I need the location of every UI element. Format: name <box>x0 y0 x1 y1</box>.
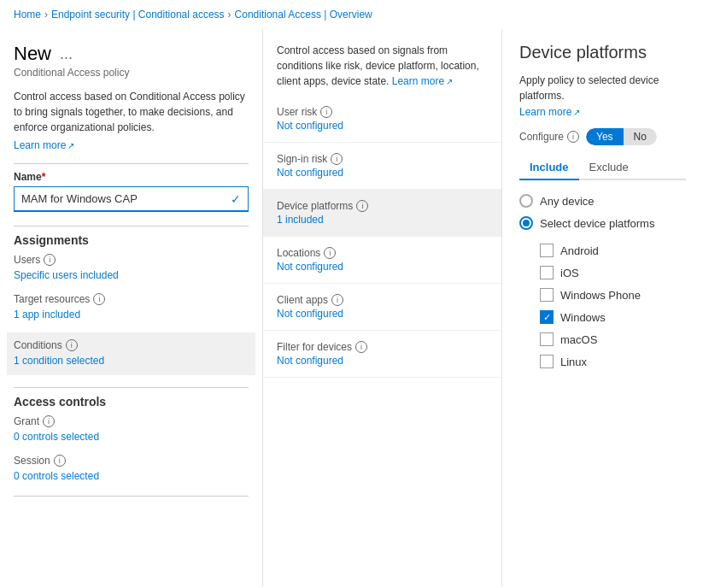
checkbox-item-macos[interactable]: macOS <box>540 332 686 346</box>
access-controls-title: Access controls <box>14 395 249 409</box>
checkbox-box <box>540 288 554 302</box>
radio-option-1[interactable]: Select device platforms <box>519 216 686 230</box>
left-description: Control access based on Conditional Acce… <box>14 89 249 135</box>
condition-row-locations[interactable]: Locations i Not configured <box>263 237 501 284</box>
conditions-header: Control access based on signals from con… <box>263 29 501 96</box>
grant-item: Grant i 0 controls selected <box>14 415 249 444</box>
conditions-item[interactable]: Conditions i 1 condition selected <box>7 332 255 375</box>
conditions-info-icon: i <box>66 339 78 351</box>
session-value[interactable]: 0 controls selected <box>14 468 249 484</box>
condition-value: 1 included <box>277 214 488 226</box>
condition-info-icon: i <box>324 247 336 259</box>
radio-group: Any device Select device platforms <box>519 194 686 230</box>
tab-exclude[interactable]: Exclude <box>579 156 639 180</box>
condition-row-client-apps[interactable]: Client apps i Not configured <box>263 284 501 331</box>
condition-row-user-risk[interactable]: User risk i Not configured <box>263 96 501 143</box>
target-value[interactable]: 1 app included <box>14 307 249 322</box>
checkbox-item-ios[interactable]: iOS <box>540 266 686 279</box>
right-learn-more-link[interactable]: Learn more <box>519 106 580 118</box>
ellipsis-button[interactable]: ... <box>56 45 76 63</box>
checkbox-box <box>540 355 554 368</box>
condition-label: Client apps i <box>277 294 488 306</box>
checkbox-box <box>540 266 554 279</box>
configure-info-icon: i <box>567 131 579 143</box>
session-item: Session i 0 controls selected <box>14 455 249 484</box>
checkbox-box <box>540 244 554 257</box>
radio-label: Select device platforms <box>540 217 654 230</box>
target-resources-item: Target resources i 1 app included <box>14 293 249 322</box>
checkbox-item-windows[interactable]: Windows <box>540 310 686 324</box>
breadcrumb: Home › Endpoint security | Conditional a… <box>0 0 703 29</box>
radio-label: Any device <box>540 195 595 208</box>
toggle-yes[interactable]: Yes <box>586 128 624 145</box>
condition-info-icon: i <box>320 106 332 118</box>
name-field-label: Name* <box>14 171 249 183</box>
tabs: IncludeExclude <box>519 156 686 180</box>
configure-toggle[interactable]: Yes No <box>586 128 657 145</box>
condition-info-icon: i <box>356 200 368 212</box>
checkbox-label: Windows <box>560 311 606 324</box>
configure-row: Configure i Yes No <box>519 128 686 145</box>
page-title: New <box>14 43 51 65</box>
condition-value: Not configured <box>277 120 488 132</box>
condition-value: Not configured <box>277 167 488 179</box>
condition-label: Locations i <box>277 247 488 259</box>
checkbox-box <box>540 332 554 346</box>
breadcrumb-home[interactable]: Home <box>14 9 41 21</box>
check-icon: ✓ <box>231 192 241 206</box>
condition-value: Not configured <box>277 308 488 320</box>
checkbox-label: Linux <box>560 356 587 368</box>
session-info-icon: i <box>54 455 66 467</box>
condition-info-icon: i <box>331 153 343 165</box>
toggle-no[interactable]: No <box>624 128 657 145</box>
condition-row-filter-for-devices[interactable]: Filter for devices i Not configured <box>263 331 501 378</box>
checkbox-group: Android iOS Windows Phone Windows macOS … <box>540 244 686 368</box>
conditions-value[interactable]: 1 condition selected <box>14 353 249 368</box>
condition-label: Filter for devices i <box>277 341 488 353</box>
page-subtitle: Conditional Access policy <box>14 67 249 79</box>
condition-label: Device platforms i <box>277 200 488 212</box>
users-info-icon: i <box>44 254 56 266</box>
right-title: Device platforms <box>519 43 686 62</box>
assignments-title: Assignments <box>14 233 249 247</box>
checkbox-label: Android <box>560 244 599 257</box>
checkbox-item-android[interactable]: Android <box>540 244 686 257</box>
right-panel: Device platforms Apply policy to selecte… <box>502 29 703 586</box>
middle-panel: Control access based on signals from con… <box>263 29 502 586</box>
radio-circle <box>519 216 533 230</box>
name-input[interactable] <box>21 192 224 205</box>
grant-info-icon: i <box>43 415 55 427</box>
checkbox-item-linux[interactable]: Linux <box>540 355 686 368</box>
checkbox-item-windows-phone[interactable]: Windows Phone <box>540 288 686 302</box>
name-input-wrap: ✓ <box>14 186 249 212</box>
users-value[interactable]: Specific users included <box>14 268 249 283</box>
right-description: Apply policy to selected device platform… <box>519 73 686 103</box>
radio-circle <box>519 194 533 208</box>
left-learn-more-link[interactable]: Learn more <box>14 139 74 151</box>
condition-value: Not configured <box>277 261 488 273</box>
middle-learn-more-link[interactable]: Learn more <box>392 74 453 89</box>
breadcrumb-endpoint[interactable]: Endpoint security | Conditional access <box>51 9 225 21</box>
condition-value: Not configured <box>277 355 488 367</box>
checkbox-label: Windows Phone <box>560 289 641 302</box>
breadcrumb-overview[interactable]: Conditional Access | Overview <box>235 9 372 21</box>
condition-row-device-platforms[interactable]: Device platforms i 1 included <box>263 190 501 237</box>
condition-label: User risk i <box>277 106 488 118</box>
left-panel: New ... Conditional Access policy Contro… <box>0 29 263 586</box>
checkbox-box <box>540 310 554 324</box>
radio-option-0[interactable]: Any device <box>519 194 686 208</box>
target-info-icon: i <box>93 293 105 305</box>
condition-info-icon: i <box>355 341 367 353</box>
checkbox-label: macOS <box>560 333 597 346</box>
condition-label: Sign-in risk i <box>277 153 488 165</box>
condition-row-sign-in-risk[interactable]: Sign-in risk i Not configured <box>263 143 501 190</box>
condition-info-icon: i <box>331 294 343 306</box>
users-item: Users i Specific users included <box>14 254 249 283</box>
tab-include[interactable]: Include <box>519 156 579 180</box>
grant-value[interactable]: 0 controls selected <box>14 429 249 444</box>
checkbox-label: iOS <box>560 267 579 279</box>
